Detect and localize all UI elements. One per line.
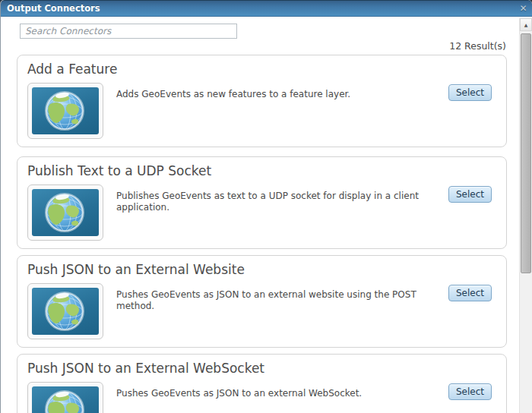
- connector-description: Pushes GeoEvents as JSON to an external …: [116, 289, 449, 312]
- connector-title: Publish Text to a UDP Socket: [27, 163, 211, 178]
- connector-card: Push JSON to an External Website: [17, 255, 507, 348]
- results-count: 12 Result(s): [449, 40, 506, 52]
- select-button[interactable]: Select: [448, 285, 492, 301]
- connector-description: Publishes GeoEvents as text to a UDP soc…: [116, 191, 449, 213]
- connector-card: Push JSON to an External WebSocket: [17, 354, 507, 413]
- connector-thumbnail: [27, 184, 103, 241]
- output-connectors-dialog: Output Connectors ✕ 12 Result(s) Add a F…: [0, 0, 532, 413]
- connector-title: Push JSON to an External Website: [27, 262, 245, 277]
- close-icon[interactable]: ✕: [518, 3, 529, 14]
- globe-icon: [32, 288, 99, 335]
- connector-description: Adds GeoEvents as new features to a feat…: [116, 89, 449, 100]
- scrollbar[interactable]: ▲: [519, 18, 532, 413]
- connector-card: Publish Text to a UDP Socket: [17, 156, 507, 249]
- search-input[interactable]: [20, 24, 237, 39]
- connector-thumbnail: [27, 382, 103, 413]
- connector-thumbnail: [27, 83, 103, 139]
- scroll-up-icon: ▲: [524, 22, 528, 27]
- scroll-up-button[interactable]: ▲: [520, 18, 532, 31]
- globe-icon: [32, 87, 99, 134]
- dialog-title: Output Connectors: [7, 1, 100, 17]
- connector-card: Add a Feature: [17, 55, 507, 147]
- select-button[interactable]: Select: [448, 186, 492, 203]
- dialog-titlebar[interactable]: Output Connectors ✕: [1, 0, 532, 17]
- globe-icon: [32, 386, 99, 413]
- connector-title: Add a Feature: [27, 61, 117, 77]
- globe-icon: [32, 189, 99, 236]
- connector-title: Push JSON to an External WebSocket: [27, 361, 264, 376]
- select-button[interactable]: Select: [448, 84, 492, 101]
- connector-description: Pushes GeoEvents as JSON to an external …: [116, 388, 449, 399]
- scrollbar-thumb[interactable]: [521, 33, 531, 273]
- connector-thumbnail: [27, 283, 103, 339]
- select-button[interactable]: Select: [448, 383, 492, 400]
